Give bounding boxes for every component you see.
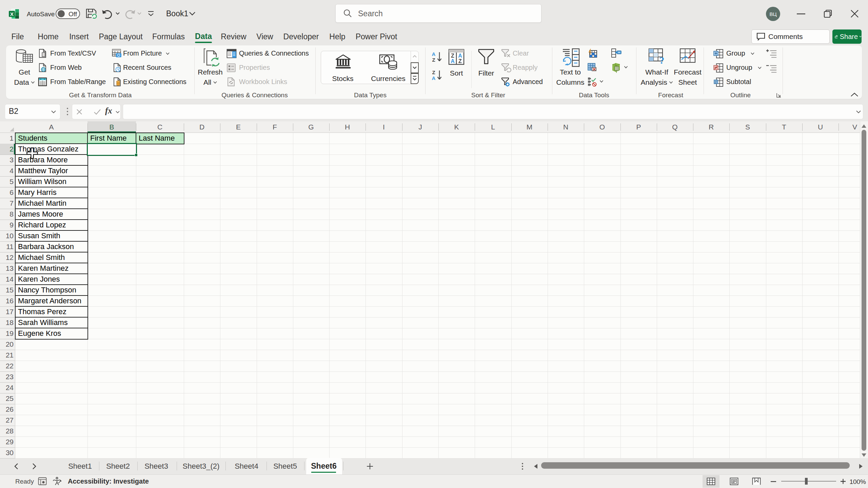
svg-text:A: A — [458, 53, 462, 59]
svg-text:Z: Z — [432, 70, 435, 75]
svg-text:Z: Z — [458, 58, 462, 64]
svg-text:X: X — [10, 11, 14, 17]
svg-text:Z: Z — [432, 57, 435, 63]
svg-text:A: A — [432, 52, 436, 57]
svg-text:A: A — [432, 75, 436, 81]
svg-text:Z: Z — [451, 53, 454, 59]
svg-text:A: A — [451, 58, 455, 64]
svg-text:?: ? — [659, 55, 665, 65]
